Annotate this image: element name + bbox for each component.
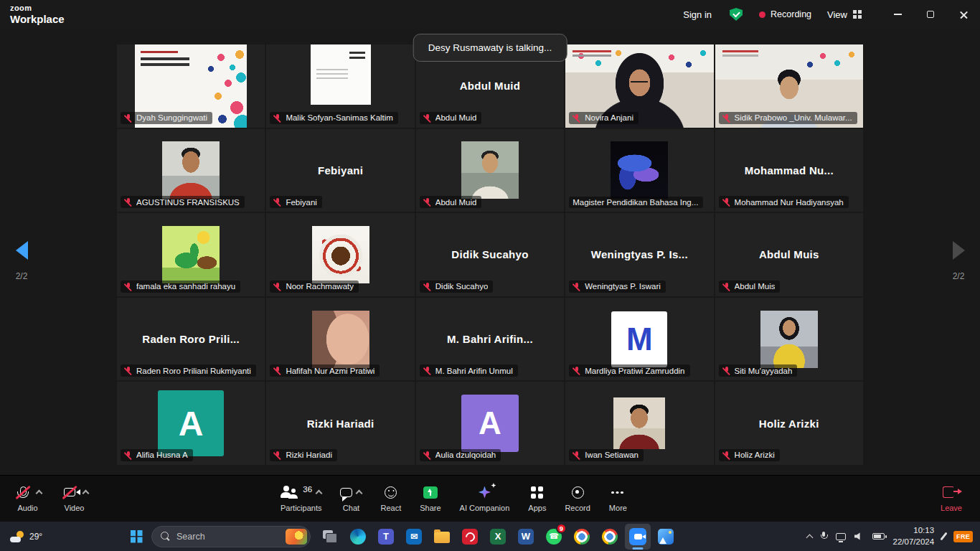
- capture-free-badge[interactable]: FRE: [953, 531, 973, 542]
- ai-companion-button[interactable]: AI Companion: [451, 476, 519, 522]
- weather-widget[interactable]: 29°: [0, 522, 52, 551]
- avatar: A: [461, 395, 519, 452]
- participant-tile[interactable]: Magister Pendidikan Bahasa Ing...: [565, 129, 713, 212]
- participant-tile[interactable]: Weningtyas P. Is... Weningtyas P. Iswari: [565, 213, 713, 296]
- apps-button[interactable]: Apps: [519, 476, 555, 522]
- participant-tile[interactable]: Raden Roro Prili... Raden Roro Priliani …: [117, 298, 265, 381]
- more-button[interactable]: More: [600, 476, 636, 522]
- close-button[interactable]: [947, 0, 980, 29]
- gallery-prev-page[interactable]: 2/2: [6, 241, 37, 281]
- taskbar-app-photos[interactable]: [653, 524, 679, 550]
- video-button[interactable]: Video: [51, 476, 98, 522]
- tray-battery-icon[interactable]: [872, 533, 885, 540]
- participant-tile[interactable]: Mohammad Nu... Mohammad Nur Hadiyansyah: [715, 129, 863, 212]
- taskbar-app-file-explorer[interactable]: [429, 524, 455, 550]
- participant-tile[interactable]: A Alifia Husna A: [117, 382, 265, 465]
- tray-overflow-chevron-icon[interactable]: [806, 534, 813, 541]
- participants-button[interactable]: 36 Participants: [271, 476, 331, 522]
- muted-mic-icon: [573, 366, 581, 375]
- muted-mic-icon: [273, 451, 282, 460]
- participant-name-label: Didik Sucahyo: [420, 281, 494, 293]
- participant-tile[interactable]: Dyah Sunggingwati: [117, 44, 265, 128]
- zoom-titlebar: zoom Workplace Sign in Recording View: [0, 0, 980, 29]
- muted-mic-icon: [273, 113, 282, 123]
- window-controls: [881, 0, 980, 29]
- participant-tile[interactable]: M. Bahri Arifin... M. Bahri Arifin Unmul: [416, 298, 564, 381]
- participant-tile[interactable]: famala eka sanhadi rahayu: [117, 213, 265, 296]
- close-icon: [959, 10, 969, 19]
- muted-mic-icon: [423, 282, 432, 291]
- tray-volume-icon[interactable]: [854, 532, 864, 541]
- photos-icon: [658, 529, 674, 545]
- muted-mic-icon: [573, 451, 581, 460]
- participant-tile[interactable]: Rizki Hariadi Rizki Hariadi: [266, 382, 414, 465]
- gallery-next-page[interactable]: 2/2: [943, 241, 974, 281]
- taskbar-app-taskview[interactable]: [317, 524, 343, 550]
- taskbar-search[interactable]: Search: [151, 526, 311, 547]
- start-button[interactable]: [123, 524, 149, 550]
- participant-name-label: Aulia dzulqoidah: [420, 449, 501, 461]
- taskbar-app-strip: Search T ✉ X W ☎9: [123, 522, 679, 551]
- participant-tile[interactable]: M Mardliya Pratiwi Zamruddin: [565, 298, 713, 381]
- tray-pen-icon[interactable]: [940, 532, 947, 540]
- taskbar-app-edge[interactable]: [345, 524, 371, 550]
- video-thumbnail: [611, 141, 668, 199]
- taskbar-app-excel[interactable]: X: [485, 524, 511, 550]
- taskbar-app-chrome-2[interactable]: [597, 524, 623, 550]
- participant-tile[interactable]: AGUSTINUS FRANSISKUS: [117, 129, 265, 212]
- participant-tile[interactable]: A Aulia dzulqoidah: [416, 382, 564, 465]
- participant-tile[interactable]: Didik Sucahyo Didik Sucahyo: [416, 213, 564, 296]
- taskbar-app-whatsapp[interactable]: ☎9: [541, 524, 567, 550]
- leave-meeting-icon: [943, 486, 954, 498]
- participant-tile[interactable]: Malik Sofyan-Sanimas Kaltim: [266, 44, 414, 128]
- audio-button[interactable]: Audio: [4, 476, 51, 522]
- taskbar-app-outlook[interactable]: ✉: [401, 524, 427, 550]
- audio-options-caret[interactable]: [36, 490, 43, 497]
- participant-tile[interactable]: Abdul Muid: [416, 129, 564, 212]
- chevron-left-icon[interactable]: [16, 241, 28, 260]
- participant-name-label: famala eka sanhadi rahayu: [121, 281, 240, 293]
- participant-name-label: Iwan Setiawan: [569, 449, 644, 461]
- participant-tile[interactable]: Iwan Setiawan: [565, 382, 713, 465]
- security-shield-icon[interactable]: [729, 7, 743, 22]
- chat-button[interactable]: Chat: [331, 476, 371, 522]
- taskbar-app-chrome[interactable]: [569, 524, 595, 550]
- tray-display-icon[interactable]: [836, 533, 846, 540]
- chat-options-caret[interactable]: [356, 490, 363, 497]
- taskbar-app-acrobat[interactable]: [457, 524, 483, 550]
- taskbar-app-teams[interactable]: T: [373, 524, 399, 550]
- video-thumbnail: [613, 397, 665, 449]
- muted-mic-icon: [273, 282, 282, 291]
- participant-tile[interactable]: Holiz Arizki Holiz Arizki: [715, 382, 863, 465]
- word-icon: W: [518, 529, 534, 545]
- leave-button[interactable]: Leave: [931, 476, 971, 522]
- participants-options-caret[interactable]: [316, 490, 323, 497]
- taskbar-app-word[interactable]: W: [513, 524, 539, 550]
- participant-tile[interactable]: Hafifah Nur Azmi Pratiwi: [266, 298, 414, 381]
- view-button[interactable]: View: [827, 9, 862, 20]
- video-options-caret[interactable]: [83, 490, 90, 497]
- sign-in-button[interactable]: Sign in: [683, 9, 712, 20]
- maximize-button[interactable]: [914, 0, 947, 29]
- participant-tile[interactable]: Abdul Muis Abdul Muis: [715, 213, 863, 296]
- meeting-stage: Desy Rusmawaty is talking... 2/2 2/2 Dya…: [0, 29, 980, 475]
- record-button[interactable]: Record: [555, 476, 599, 522]
- taskbar-clock[interactable]: 10:13 22/07/2024: [893, 525, 935, 547]
- muted-mic-icon: [423, 197, 432, 207]
- react-button[interactable]: React: [371, 476, 410, 522]
- taskbar-app-zoom[interactable]: [625, 524, 651, 550]
- participant-tile[interactable]: Siti Mu'ayyadah: [715, 298, 863, 381]
- participant-name-label: Abdul Muid: [420, 112, 482, 124]
- participant-tile[interactable]: Febiyani Febiyani: [266, 129, 414, 212]
- chevron-right-icon[interactable]: [953, 241, 965, 260]
- participant-name-label: Siti Mu'ayyadah: [719, 364, 798, 377]
- minimize-button[interactable]: [881, 0, 914, 29]
- share-button[interactable]: Share: [410, 476, 450, 522]
- participant-tile[interactable]: Novira Anjani: [565, 44, 713, 128]
- outlook-icon: ✉: [406, 529, 422, 545]
- chrome-icon: [602, 529, 618, 545]
- participant-tile[interactable]: Sidik Prabowo _Univ. Mulawar...: [715, 44, 863, 128]
- tray-mic-icon[interactable]: [821, 532, 827, 542]
- video-thumbnail: [311, 44, 371, 105]
- participant-tile[interactable]: Noor Rachmawaty: [266, 213, 414, 296]
